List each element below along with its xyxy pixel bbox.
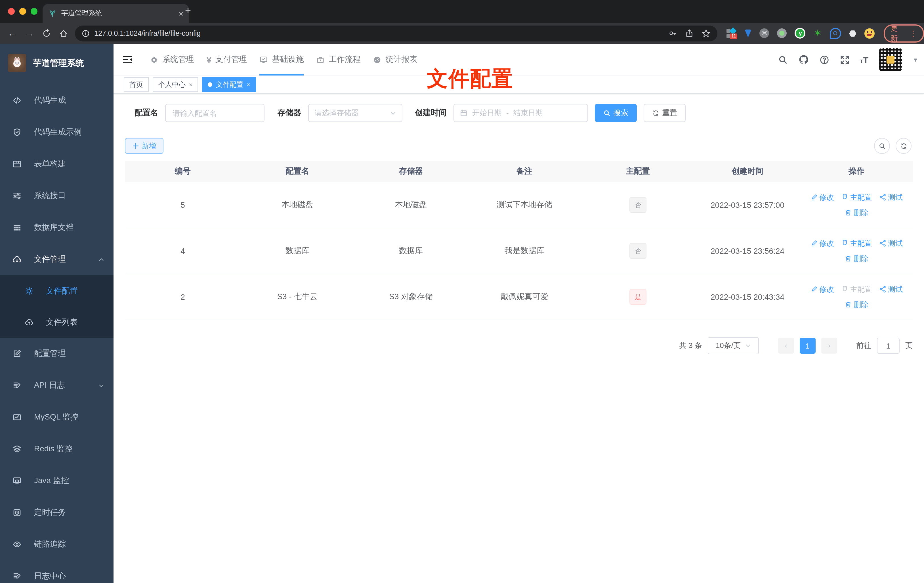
master-tag: 否: [629, 197, 647, 213]
goto-page-input[interactable]: [877, 338, 899, 353]
extension-y-icon[interactable]: y: [795, 28, 806, 39]
url-text[interactable]: 127.0.0.1:1024/infra/file/file-config: [94, 29, 661, 37]
tab-close-icon[interactable]: ×: [179, 9, 183, 18]
toggle-search-button[interactable]: [874, 138, 890, 154]
sidebar-item-java-monitor[interactable]: Java 监控: [0, 465, 114, 497]
bookmark-star-icon[interactable]: [702, 29, 711, 38]
nav-pay-manage[interactable]: ¥ 支付管理: [206, 44, 247, 76]
sidebar-item-mysql-monitor[interactable]: MySQL 监控: [0, 401, 114, 433]
help-icon[interactable]: [819, 55, 829, 64]
next-page-button[interactable]: ›: [821, 338, 837, 353]
add-button[interactable]: 新增: [125, 138, 163, 154]
close-icon[interactable]: ×: [247, 81, 250, 88]
cell-name: S3 - 七牛云: [241, 274, 354, 320]
extension-drop-icon[interactable]: [745, 29, 752, 37]
delete-action[interactable]: 删除: [845, 299, 868, 310]
sidebar-item-code-gen[interactable]: 代码生成: [0, 84, 114, 116]
cell-id: 2: [125, 274, 241, 320]
nav-workflow[interactable]: 工作流程: [317, 44, 361, 76]
menu-fold-icon[interactable]: [122, 55, 133, 64]
cell-storage: S3 对象存储: [354, 274, 468, 320]
font-size-icon[interactable]: тT: [860, 55, 868, 64]
delete-action[interactable]: 删除: [845, 208, 868, 218]
extension-badge-icon[interactable]: 11: [727, 28, 737, 38]
end-date-placeholder[interactable]: 结束日期: [513, 108, 543, 118]
page-size-select[interactable]: 10条/页: [708, 337, 759, 354]
refresh-list-button[interactable]: [896, 138, 911, 154]
briefcase-icon: [317, 55, 325, 64]
cell-storage: 本地磁盘: [354, 182, 468, 228]
nav-system-manage[interactable]: 系统管理: [150, 44, 194, 76]
close-icon[interactable]: ×: [189, 81, 193, 88]
sidebar-submenu-file: 文件配置 文件列表: [0, 275, 114, 338]
tags-view-bar: 首页 个人中心 × 文件配置 ×: [114, 76, 924, 94]
sidebar-item-config-manage[interactable]: 配置管理: [0, 338, 114, 370]
sidebar-item-system-api[interactable]: 系统接口: [0, 180, 114, 212]
search-button[interactable]: 搜索: [595, 104, 637, 122]
back-icon[interactable]: ←: [8, 28, 17, 38]
config-name-input[interactable]: [165, 104, 264, 122]
nav-infrastructure[interactable]: 基础设施: [260, 44, 304, 76]
share-icon[interactable]: [685, 29, 694, 38]
master-action[interactable]: 主配置: [841, 192, 872, 202]
user-avatar[interactable]: [879, 48, 902, 71]
tag-home[interactable]: 首页: [124, 77, 149, 92]
extension-dot-icon[interactable]: [777, 28, 787, 38]
sidebar-item-log-center[interactable]: 日志中心: [0, 560, 114, 583]
test-action[interactable]: 测试: [879, 284, 903, 294]
pencil-icon: [810, 239, 818, 247]
extension-star-icon[interactable]: ✶: [813, 28, 822, 38]
browser-tab[interactable]: 芋道管理系统 ×: [43, 4, 189, 23]
sidebar-item-api-log[interactable]: API 日志: [0, 370, 114, 401]
reset-button[interactable]: 重置: [644, 104, 686, 122]
master-action: 主配置: [841, 284, 872, 294]
sidebar-item-redis-monitor[interactable]: Redis 监控: [0, 433, 114, 465]
new-tab-button[interactable]: +: [185, 6, 191, 16]
extensions-puzzle-icon[interactable]: ⬣: [849, 29, 856, 38]
nav-report[interactable]: 统计报表: [373, 44, 417, 76]
address-bar[interactable]: 127.0.0.1:1024/infra/file/file-config: [75, 25, 718, 41]
storage-select[interactable]: 请选择存储器: [308, 104, 403, 122]
sidebar-item-code-gen-demo[interactable]: 代码生成示例: [0, 116, 114, 148]
test-action[interactable]: 测试: [879, 192, 903, 202]
home-icon[interactable]: [59, 29, 68, 38]
password-key-icon[interactable]: [669, 29, 677, 38]
dashboard-icon: [373, 55, 382, 64]
sidebar-item-trace[interactable]: 链路追踪: [0, 528, 114, 560]
avatar-caret-icon[interactable]: ▼: [912, 56, 918, 63]
start-date-placeholder[interactable]: 开始日期: [472, 108, 502, 118]
close-window-button[interactable]: [8, 8, 15, 15]
reload-icon[interactable]: [42, 29, 51, 38]
sidebar-item-file-config[interactable]: 文件配置: [0, 275, 114, 307]
browser-update-button[interactable]: 更新 ⋮: [884, 24, 924, 42]
sidebar-item-cron-job[interactable]: 定时任务: [0, 497, 114, 528]
cloud-upload-icon: [25, 318, 33, 326]
table-row: 2 S3 - 七牛云 S3 对象存储 戴佩妮真可爱 是 2022-03-15 2…: [125, 274, 912, 320]
fullscreen-icon[interactable]: [840, 55, 849, 64]
edit-action[interactable]: 修改: [810, 192, 834, 202]
zoom-window-button[interactable]: [31, 8, 38, 15]
delete-action[interactable]: 删除: [845, 253, 868, 264]
edit-action[interactable]: 修改: [810, 238, 834, 248]
edit-action[interactable]: 修改: [810, 284, 834, 294]
master-action[interactable]: 主配置: [841, 238, 872, 248]
minimize-window-button[interactable]: [19, 8, 26, 15]
extension-eye-icon[interactable]: [830, 28, 841, 39]
browser-menu-icon[interactable]: ⋮: [909, 29, 917, 38]
tag-file-config[interactable]: 文件配置 ×: [202, 77, 256, 92]
test-action[interactable]: 测试: [879, 238, 903, 248]
current-page-button[interactable]: 1: [800, 338, 815, 353]
create-time-range-picker[interactable]: 开始日期 - 结束日期: [454, 104, 588, 122]
sidebar-item-form-build[interactable]: 表单构建: [0, 148, 114, 180]
extension-command-icon[interactable]: ⌘: [760, 28, 769, 38]
sidebar-item-file-manage[interactable]: 文件管理: [0, 244, 114, 275]
github-icon[interactable]: [798, 55, 808, 65]
sidebar-item-db-doc[interactable]: 数据库文档: [0, 212, 114, 244]
site-info-icon[interactable]: [82, 29, 90, 37]
sidebar-item-file-list[interactable]: 文件列表: [0, 307, 114, 338]
sidebar-logo[interactable]: 芋道管理系统: [0, 44, 114, 78]
extension-emoji-icon[interactable]: [865, 28, 874, 38]
search-icon[interactable]: [778, 55, 787, 64]
tag-profile[interactable]: 个人中心 ×: [153, 77, 198, 92]
share-nodes-icon: [879, 286, 886, 293]
